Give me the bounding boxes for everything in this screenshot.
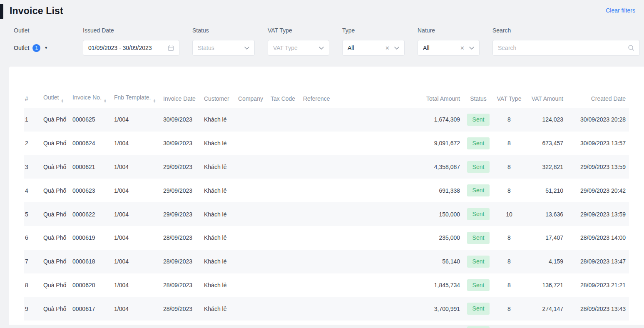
invoice-table-card: #Outlet▲▼Invoice No.▲▼Fnb Template.▲▼Inv… <box>9 67 644 325</box>
status-select[interactable]: Status <box>192 40 255 56</box>
cell-customer: Khách lẻ <box>201 297 235 321</box>
column-header-created_date: Created Date <box>567 89 629 108</box>
filter-type: Type All ✕ <box>342 27 405 56</box>
cell-outlet: Quà Phố <box>40 321 69 328</box>
filter-outlet: Outlet Outlet 1 ▼ <box>14 27 70 56</box>
cell-invoice-date: 28/09/2023 <box>160 226 201 250</box>
cell-company <box>235 108 267 132</box>
cell-customer: Khách lẻ <box>201 155 235 179</box>
status-badge: Sent <box>467 279 490 291</box>
column-header-vat_amount: VAT Amount <box>525 89 567 108</box>
cell-invoice-date: 27/09/2023 <box>160 321 201 328</box>
search-input[interactable] <box>498 45 628 51</box>
filter-status-label: Status <box>192 27 255 34</box>
table-row[interactable]: 6 Quà Phố 0000619 1/004 28/09/2023 Khách… <box>24 226 629 250</box>
cell-vat-amount: 274,147 <box>525 297 567 321</box>
cell-index: 8 <box>24 273 40 297</box>
table-row[interactable]: 5 Quà Phố 0000622 1/004 29/09/2023 Khách… <box>24 202 629 226</box>
type-select[interactable]: All ✕ <box>342 40 405 56</box>
page-header: Invoice List Clear filters <box>0 0 644 17</box>
status-badge: Sent <box>467 137 490 149</box>
issued-date-value[interactable] <box>88 45 168 51</box>
column-header-fnb_template[interactable]: Fnb Template.▲▼ <box>111 89 160 108</box>
column-header-outlet[interactable]: Outlet▲▼ <box>40 89 69 108</box>
search-box[interactable] <box>492 40 640 56</box>
cell-vat-amount: 373,723 <box>525 321 567 328</box>
cell-status: Sent <box>463 297 493 321</box>
cell-created-date: 28/09/2023 13:43 <box>567 297 629 321</box>
table-row[interactable]: 7 Quà Phố 0000618 1/004 28/09/2023 Khách… <box>24 250 629 273</box>
table-row[interactable]: 1 Quà Phố 0000625 1/004 30/09/2023 Khách… <box>24 108 629 132</box>
cell-vat-type: 8 <box>493 250 525 273</box>
cell-customer: Khách lẻ <box>201 273 235 297</box>
cell-vat-type: 8 <box>493 108 525 132</box>
vat-type-select[interactable]: VAT Type <box>268 40 329 56</box>
column-header-invoice_date: Invoice Date <box>160 89 201 108</box>
cell-reference <box>300 226 401 250</box>
cell-index: 6 <box>24 226 40 250</box>
cell-fnb-template: 1/004 <box>111 321 160 328</box>
cell-outlet: Quà Phố <box>40 108 69 132</box>
cell-reference <box>300 132 401 155</box>
chevron-down-icon <box>244 47 249 50</box>
cell-outlet: Quà Phố <box>40 226 69 250</box>
cell-customer: Khách lẻ <box>201 226 235 250</box>
clear-type-icon[interactable]: ✕ <box>385 45 390 51</box>
cell-created-date: 30/09/2023 13:57 <box>567 132 629 155</box>
column-label: VAT Amount <box>532 95 563 102</box>
column-header-status: Status <box>463 89 493 108</box>
column-header-invoice_no[interactable]: Invoice No.▲▼ <box>69 89 111 108</box>
cell-status: Sent <box>463 202 493 226</box>
sort-icon[interactable]: ▲▼ <box>153 99 156 103</box>
filter-vat-type-label: VAT Type <box>268 27 329 34</box>
cell-tax-code <box>267 250 300 273</box>
cell-invoice-no: 0000625 <box>69 108 111 132</box>
cell-index: 4 <box>24 179 40 202</box>
cell-total-amount: 150,000 <box>401 202 463 226</box>
nature-select-value: All <box>423 45 460 51</box>
cell-status: Sent <box>463 155 493 179</box>
cell-company <box>235 179 267 202</box>
filter-search: Search <box>492 27 640 56</box>
table-row[interactable]: 4 Quà Phố 0000623 1/004 29/09/2023 Khách… <box>24 179 629 202</box>
page-title: Invoice List <box>10 5 63 17</box>
cell-reference <box>300 108 401 132</box>
cell-created-date: 29/09/2023 13:59 <box>567 202 629 226</box>
column-header-tax_code: Tax Code <box>267 89 300 108</box>
cell-company <box>235 202 267 226</box>
column-label: Customer <box>204 95 229 102</box>
table-row[interactable]: 10 Quà Phố 0000616 1/004 27/09/2023 Khác… <box>24 321 629 328</box>
table-row[interactable]: 8 Quà Phố 0000620 1/004 28/09/2023 Khách… <box>24 273 629 297</box>
cell-total-amount: 9,091,672 <box>401 132 463 155</box>
clear-nature-icon[interactable]: ✕ <box>460 45 465 51</box>
clear-filters-link[interactable]: Clear filters <box>606 7 635 14</box>
cell-total-amount: 5,045,266 <box>401 321 463 328</box>
cell-customer: Khách lẻ <box>201 132 235 155</box>
issued-date-input[interactable] <box>83 40 179 56</box>
table-body: 1 Quà Phố 0000625 1/004 30/09/2023 Khách… <box>24 108 629 328</box>
nav-edge <box>0 4 3 19</box>
table-row[interactable]: 2 Quà Phố 0000624 1/004 30/09/2023 Khách… <box>24 132 629 155</box>
column-label: Outlet <box>43 94 59 101</box>
status-badge: Sent <box>467 184 490 196</box>
cell-index: 7 <box>24 250 40 273</box>
outlet-count-badge: 1 <box>32 44 40 52</box>
nature-select[interactable]: All ✕ <box>418 40 480 56</box>
sort-icon[interactable]: ▲▼ <box>61 99 64 103</box>
cell-vat-amount: 4,159 <box>525 250 567 273</box>
cell-index: 1 <box>24 108 40 132</box>
table-row[interactable]: 3 Quà Phố 0000621 1/004 29/09/2023 Khách… <box>24 155 629 179</box>
cell-created-date: 29/09/2023 13:59 <box>567 155 629 179</box>
cell-fnb-template: 1/004 <box>111 202 160 226</box>
vat-type-select-placeholder: VAT Type <box>273 45 319 51</box>
outlet-dropdown[interactable]: Outlet 1 ▼ <box>14 40 70 56</box>
table-row[interactable]: 9 Quà Phố 0000617 1/004 28/09/2023 Khách… <box>24 297 629 321</box>
cell-invoice-date: 29/09/2023 <box>160 155 201 179</box>
sort-icon[interactable]: ▲▼ <box>104 99 107 103</box>
cell-vat-type: 10 <box>493 202 525 226</box>
status-badge: Sent <box>467 326 490 328</box>
cell-invoice-date: 28/09/2023 <box>160 273 201 297</box>
column-header-idx: # <box>24 89 40 108</box>
cell-vat-type: 8 <box>493 226 525 250</box>
calendar-icon[interactable] <box>168 45 174 51</box>
